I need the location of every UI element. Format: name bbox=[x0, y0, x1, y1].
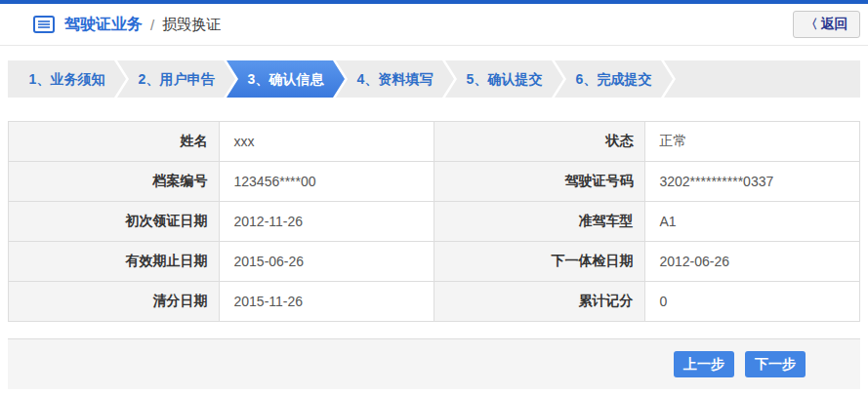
field-label: 有效期止日期 bbox=[9, 242, 220, 282]
table-row: 清分日期 2015-11-26 累计记分 0 bbox=[9, 282, 860, 322]
back-button[interactable]: 〈 返回 bbox=[793, 11, 860, 38]
step-tab-2[interactable]: 2、用户申告 bbox=[117, 60, 235, 98]
header: 驾驶证业务 / 损毁换证 〈 返回 bbox=[0, 4, 868, 46]
field-value: 2015-06-26 bbox=[220, 242, 434, 282]
field-label: 累计记分 bbox=[434, 282, 644, 322]
step-tab-6[interactable]: 6、完成提交 bbox=[555, 60, 673, 98]
field-label: 驾驶证号码 bbox=[434, 162, 644, 202]
field-value: 123456****00 bbox=[220, 162, 434, 202]
license-card-icon bbox=[33, 16, 55, 33]
field-value: 2012-06-26 bbox=[645, 242, 860, 282]
field-value: 2015-11-26 bbox=[220, 282, 434, 322]
step-tab-5[interactable]: 5、确认提交 bbox=[445, 60, 563, 98]
step-wizard-filler bbox=[664, 60, 860, 98]
next-step-button[interactable]: 下一步 bbox=[745, 351, 806, 377]
table-row: 档案编号 123456****00 驾驶证号码 3202**********03… bbox=[9, 162, 860, 202]
field-label: 清分日期 bbox=[9, 282, 220, 322]
table-row: 姓名 xxx 状态 正常 bbox=[9, 122, 860, 162]
table-row: 有效期止日期 2015-06-26 下一体检日期 2012-06-26 bbox=[9, 242, 860, 282]
field-value: 0 bbox=[645, 282, 860, 322]
field-label: 姓名 bbox=[9, 122, 220, 162]
previous-step-button[interactable]: 上一步 bbox=[674, 351, 734, 377]
breadcrumb-separator: / bbox=[150, 17, 154, 33]
license-info-table: 姓名 xxx 状态 正常 档案编号 123456****00 驾驶证号码 320… bbox=[8, 121, 860, 322]
step-wizard: 1、业务须知 2、用户申告 3、确认信息 4、资料填写 5、确认提交 6、完成提… bbox=[8, 60, 860, 98]
field-label: 下一体检日期 bbox=[434, 242, 644, 282]
step-tab-1[interactable]: 1、业务须知 bbox=[8, 60, 126, 98]
field-label: 状态 bbox=[434, 122, 644, 162]
field-label: 准驾车型 bbox=[434, 202, 644, 242]
field-value: xxx bbox=[220, 122, 434, 162]
back-button-label: 返回 bbox=[821, 16, 848, 33]
breadcrumb-root[interactable]: 驾驶证业务 bbox=[64, 15, 143, 35]
field-value: 2012-11-26 bbox=[220, 202, 434, 242]
page: 驾驶证业务 / 损毁换证 〈 返回 1、业务须知 2、用户申告 3、确认信息 4… bbox=[0, 0, 868, 395]
field-value: 3202**********0337 bbox=[645, 162, 860, 202]
field-label: 档案编号 bbox=[9, 162, 220, 202]
field-value: A1 bbox=[645, 202, 860, 242]
footer-action-bar: 上一步 下一步 bbox=[8, 338, 860, 389]
table-row: 初次领证日期 2012-11-26 准驾车型 A1 bbox=[9, 202, 860, 242]
field-value: 正常 bbox=[645, 122, 860, 162]
chevron-left-icon: 〈 bbox=[806, 16, 818, 33]
breadcrumb-current: 损毁换证 bbox=[162, 16, 221, 34]
step-tab-3-active[interactable]: 3、确认信息 bbox=[227, 60, 345, 98]
field-label: 初次领证日期 bbox=[9, 202, 220, 242]
step-tab-4[interactable]: 4、资料填写 bbox=[336, 60, 454, 98]
